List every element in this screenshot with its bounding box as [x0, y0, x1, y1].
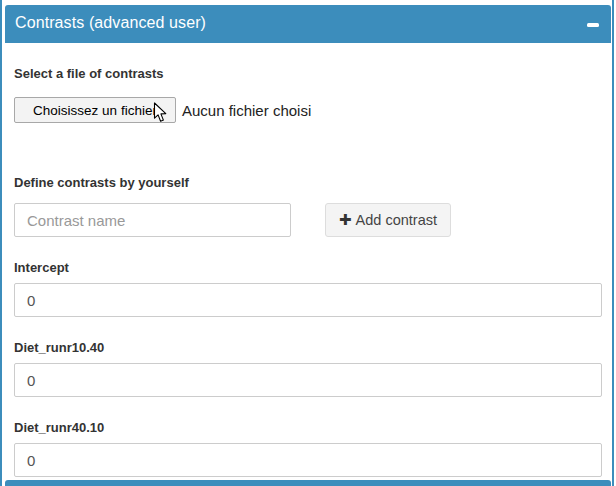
- contrast-name-input[interactable]: [14, 203, 291, 237]
- browse-file-button[interactable]: Choisissez un fichier: [14, 97, 176, 123]
- left-border-line: [0, 0, 2, 486]
- contrasts-panel: Contrasts (advanced user) Select a file …: [0, 0, 616, 486]
- file-section-label: Select a file of contrasts: [14, 66, 164, 82]
- panel-header: Contrasts (advanced user): [5, 5, 611, 43]
- contrast-field-input-diet-runr40-10[interactable]: [14, 443, 602, 477]
- plus-icon: ✚: [339, 211, 352, 229]
- contrast-field-input-diet-runr10-40[interactable]: [14, 363, 602, 397]
- contrast-field-label-diet-runr10-40: Diet_runr10.40: [14, 340, 104, 356]
- file-input: Choisissez un fichier Aucun fichier choi…: [14, 97, 311, 123]
- file-status-text: Aucun fichier choisi: [182, 102, 311, 119]
- right-border-line: [612, 0, 614, 486]
- collapse-button[interactable]: [583, 15, 603, 35]
- contrast-field-label-diet-runr40-10: Diet_runr40.10: [14, 420, 104, 436]
- add-contrast-label: Add contrast: [356, 212, 437, 228]
- define-section-label: Define contrasts by yourself: [14, 175, 189, 191]
- panel-title: Contrasts (advanced user): [15, 14, 206, 32]
- contrast-field-label-intercept: Intercept: [14, 260, 69, 276]
- next-panel-header-top[interactable]: [5, 480, 611, 486]
- minus-icon: [587, 23, 599, 27]
- contrast-field-input-intercept[interactable]: [14, 283, 602, 317]
- add-contrast-button[interactable]: ✚ Add contrast: [325, 203, 451, 237]
